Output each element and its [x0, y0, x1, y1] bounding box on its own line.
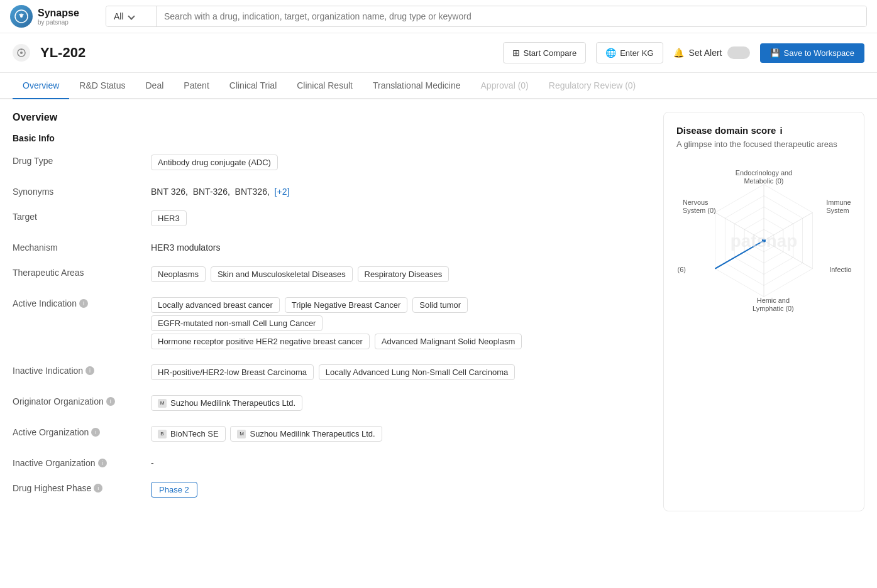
ai-tag-2: Triple Negative Breast Cancer — [285, 297, 408, 313]
drug-type-value: Antibody drug conjugate (ADC) — [151, 153, 651, 172]
compare-icon: ⊞ — [512, 48, 520, 58]
tab-overview[interactable]: Overview — [13, 73, 69, 99]
org-logo-medilink2: M — [237, 430, 246, 438]
therapeutic-areas-label: Therapeutic Areas — [13, 265, 151, 278]
tab-rd-status[interactable]: R&D Status — [69, 73, 135, 99]
active-org-tag-1: B BioNTech SE — [151, 426, 226, 442]
active-indication-info-icon[interactable]: i — [79, 299, 88, 308]
active-org-value: B BioNTech SE M Suzhou Medilink Therapeu… — [151, 425, 651, 443]
originator-org-label: Originator Organization i — [13, 394, 151, 406]
inactive-indication-label: Inactive Indication i — [13, 363, 151, 376]
tab-clinical-result[interactable]: Clinical Result — [287, 73, 363, 99]
synonyms-value: BNT 326, BNT-326, BNT326, [+2] — [151, 184, 651, 197]
tab-clinical-trial[interactable]: Clinical Trial — [219, 73, 287, 99]
drug-highest-phase-label: Drug Highest Phase i — [13, 481, 151, 493]
svg-text:System (0): System (0) — [826, 207, 851, 214]
enter-kg-button[interactable]: 🌐 Enter KG — [596, 42, 663, 63]
ai-tag-1: Locally advanced breast cancer — [151, 297, 280, 313]
save-workspace-button[interactable]: 💾 Save to Workspace — [760, 43, 864, 63]
search-input[interactable] — [157, 6, 866, 26]
logo-name: Synapse — [38, 8, 79, 19]
inactive-indication-value: HR-positive/HER2-low Breast Carcinoma Lo… — [151, 363, 651, 381]
target-label: Target — [13, 209, 151, 222]
tab-patent[interactable]: Patent — [174, 73, 219, 99]
ta-tag-3: Respiratory Diseases — [358, 266, 450, 282]
svg-text:Lymphatic (0): Lymphatic (0) — [753, 305, 794, 312]
org-logo-medilink: M — [158, 399, 167, 408]
dropdown-chevron-icon — [128, 13, 135, 19]
svg-text:Metabolic (0): Metabolic (0) — [744, 177, 783, 185]
ai-tag-5: Hormone receptor positive HER2 negative … — [151, 334, 370, 349]
bell-icon: 🔔 — [673, 48, 684, 58]
start-compare-button[interactable]: ⊞ Start Compare — [503, 42, 587, 63]
inactive-org-row: Inactive Organization i - — [13, 455, 651, 468]
ta-tag-1: Neoplasms — [151, 266, 206, 282]
inactive-org-label: Inactive Organization i — [13, 455, 151, 468]
radar-chart: Endocrinology and Metabolic (0) Immune S… — [676, 159, 851, 322]
disease-domain-card: Disease domain score i A glimpse into th… — [663, 112, 864, 511]
svg-text:System (0): System (0) — [683, 207, 716, 214]
ta-tag-2: Skin and Musculoskeletal Diseases — [211, 266, 353, 282]
logo-icon — [10, 5, 33, 28]
svg-point-1 — [20, 15, 23, 18]
search-type-dropdown[interactable]: All — [106, 6, 157, 26]
radar-svg: Endocrinology and Metabolic (0) Immune S… — [676, 162, 851, 319]
target-tag: HER3 — [151, 210, 187, 226]
tab-deal[interactable]: Deal — [136, 73, 174, 99]
radar-label-neoplasms: Neoplasms (6) — [676, 266, 686, 273]
active-indication-row: Active Indication i Locally advanced bre… — [13, 296, 651, 351]
radar-label-nervous: Nervous — [683, 199, 709, 206]
radar-label-bottom-right: Hemic and — [757, 297, 790, 304]
drug-highest-phase-info-icon[interactable]: i — [94, 484, 102, 493]
ai-tag-3: Solid tumor — [412, 297, 468, 313]
drug-type-row: Drug Type Antibody drug conjugate (ADC) — [13, 153, 651, 172]
logo-area: Synapse by patsnap — [10, 5, 98, 28]
tab-translational-medicine[interactable]: Translational Medicine — [363, 73, 471, 99]
target-row: Target HER3 — [13, 209, 651, 227]
ai-tag-6: Advanced Malignant Solid Neoplasm — [375, 334, 522, 349]
drug-icon — [13, 44, 30, 62]
disease-domain-subtitle: A glimpse into the focused therapeutic a… — [676, 139, 851, 149]
inactive-org-value: - — [151, 455, 651, 468]
inactive-indication-row: Inactive Indication i HR-positive/HER2-l… — [13, 363, 651, 381]
search-bar: All — [106, 6, 867, 27]
save-icon: 💾 — [770, 48, 780, 58]
tab-regulatory-review: Regulatory Review (0) — [539, 73, 646, 99]
therapeutic-areas-row: Therapeutic Areas Neoplasms Skin and Mus… — [13, 265, 651, 283]
radar-label-top: Endocrinology and — [736, 169, 792, 177]
header: Synapse by patsnap All — [0, 0, 877, 33]
watermark: patsnap — [731, 231, 798, 251]
save-workspace-label: Save to Workspace — [784, 48, 854, 58]
alert-toggle[interactable] — [727, 46, 750, 59]
search-type-value: All — [114, 11, 124, 21]
active-org-info-icon[interactable]: i — [91, 428, 100, 437]
radar-label-right: Infectious (0) — [829, 266, 851, 273]
therapeutic-areas-value: Neoplasms Skin and Musculoskeletal Disea… — [151, 265, 651, 283]
active-indication-label: Active Indication i — [13, 296, 151, 308]
svg-point-3 — [20, 52, 23, 54]
inactive-indication-info-icon[interactable]: i — [85, 366, 94, 375]
set-alert-area: 🔔 Set Alert — [673, 46, 750, 59]
basic-info-title: Basic Info — [13, 133, 651, 143]
main-content: Overview Basic Info Drug Type Antibody d… — [13, 112, 651, 511]
tab-approval: Approval (0) — [471, 73, 539, 99]
mechanism-label: Mechanism — [13, 240, 151, 253]
enter-kg-label: Enter KG — [620, 48, 653, 58]
drug-highest-phase-value: Phase 2 — [151, 481, 651, 499]
drug-highest-phase-row: Drug Highest Phase i Phase 2 — [13, 481, 651, 499]
drug-actions: ⊞ Start Compare 🌐 Enter KG 🔔 Set Alert 💾… — [503, 42, 864, 63]
ii-tag-1: HR-positive/HER2-low Breast Carcinoma — [151, 364, 314, 380]
disease-domain-info-icon[interactable]: i — [780, 125, 782, 136]
start-compare-label: Start Compare — [524, 48, 577, 58]
originator-org-info-icon[interactable]: i — [106, 397, 115, 406]
synonyms-more-link[interactable]: [+2] — [275, 187, 290, 197]
inactive-org-info-icon[interactable]: i — [98, 459, 107, 467]
drug-name: YL-202 — [40, 45, 85, 61]
ii-tag-2: Locally Advanced Lung Non-Small Cell Car… — [319, 364, 515, 380]
drug-type-label: Drug Type — [13, 153, 151, 166]
originator-org-tag-1: M Suzhou Medilink Therapeutics Ltd. — [151, 395, 302, 411]
content-area: Overview Basic Info Drug Type Antibody d… — [0, 99, 877, 524]
originator-org-value: M Suzhou Medilink Therapeutics Ltd. — [151, 394, 651, 412]
synonyms-label: Synonyms — [13, 184, 151, 197]
drug-header: YL-202 ⊞ Start Compare 🌐 Enter KG 🔔 Set … — [0, 33, 877, 73]
